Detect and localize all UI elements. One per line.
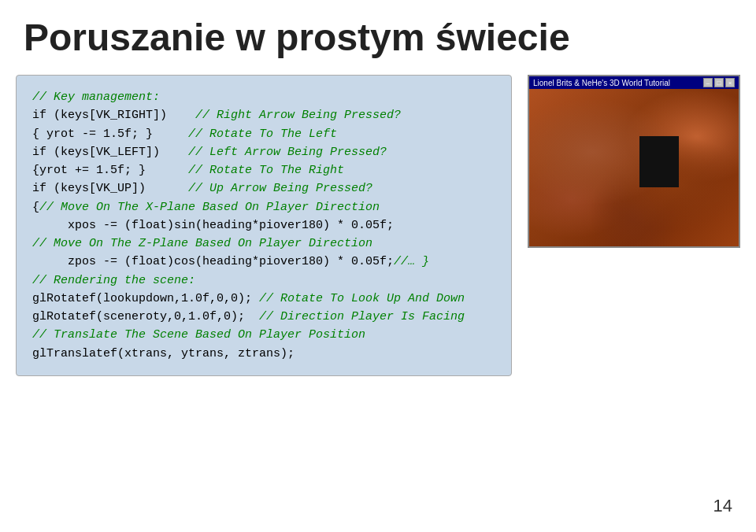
window-frame: Lionel Brits & NeHe's 3D World Tutorial … [528, 75, 740, 248]
maximize-button[interactable]: □ [714, 78, 724, 87]
window-titlebar: Lionel Brits & NeHe's 3D World Tutorial … [529, 76, 739, 89]
main-content: // Key management: if (keys[VK_RIGHT]) /… [0, 67, 756, 384]
black-rectangle [639, 136, 679, 187]
close-button[interactable]: × [725, 78, 735, 87]
page-number: 14 [713, 496, 732, 516]
window-controls: – □ × [703, 78, 735, 87]
code-block: // Key management: if (keys[VK_RIGHT]) /… [16, 75, 512, 376]
minimize-button[interactable]: – [703, 78, 713, 87]
screenshot-panel: Lionel Brits & NeHe's 3D World Tutorial … [528, 75, 740, 376]
window-title: Lionel Brits & NeHe's 3D World Tutorial [533, 79, 670, 87]
terrain-image [529, 89, 739, 246]
page-title: Poruszanie w prostym świecie [0, 0, 756, 67]
window-content [529, 89, 739, 246]
